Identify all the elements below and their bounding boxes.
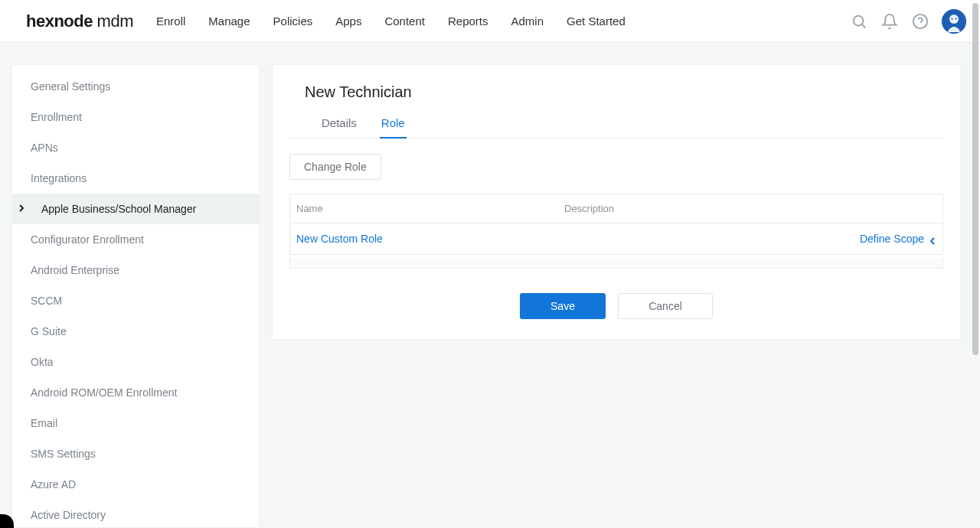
sidebar-item-android-enterprise[interactable]: Android Enterprise (12, 255, 259, 285)
sidebar-item-okta[interactable]: Okta (12, 347, 259, 377)
sidebar-item-gsuite[interactable]: G Suite (12, 316, 259, 347)
main-panel: New Technician Details Role Change Role … (272, 64, 961, 340)
save-button[interactable]: Save (520, 293, 606, 319)
svg-point-6 (951, 18, 952, 19)
sidebar-item-enrollment[interactable]: Enrollment (12, 102, 259, 132)
sidebar-item-email[interactable]: Email (12, 408, 259, 438)
tab-role[interactable]: Role (380, 112, 407, 139)
nav-admin[interactable]: Admin (511, 10, 544, 32)
svg-point-7 (955, 18, 956, 19)
svg-line-1 (862, 24, 865, 28)
sidebar-item-label: General Settings (31, 80, 110, 93)
sidebar-item-integrations[interactable]: Integrations (12, 163, 259, 194)
avatar[interactable] (942, 9, 966, 34)
sidebar-item-label: G Suite (31, 325, 67, 337)
table-footer (289, 258, 943, 269)
sidebar-item-label: Android ROM/OEM Enrollment (31, 386, 177, 399)
nav-items: Enroll Manage Policies Apps Content Repo… (156, 10, 626, 32)
sidebar-item-label: Configurator Enrollment (31, 233, 144, 246)
nav-apps[interactable]: Apps (335, 10, 361, 32)
table-row: New Custom Role Define Scope (290, 223, 942, 254)
brand-bold: hexnode (26, 11, 93, 31)
nav-right (850, 9, 966, 34)
svg-point-5 (949, 15, 959, 24)
brand-light: mdm (93, 11, 133, 31)
sidebar-item-label: Okta (31, 356, 54, 368)
role-name-link[interactable]: New Custom Role (296, 233, 564, 245)
row-action[interactable]: Define Scope (844, 233, 936, 245)
nav-policies[interactable]: Policies (273, 10, 313, 32)
sidebar-item-sms[interactable]: SMS Settings (12, 438, 259, 469)
sidebar: General Settings Enrollment APNs Integra… (11, 64, 260, 528)
sidebar-item-configurator[interactable]: Configurator Enrollment (12, 224, 259, 255)
sidebar-item-general-settings[interactable]: General Settings (12, 71, 259, 102)
sidebar-item-azure-ad[interactable]: Azure AD (12, 469, 259, 500)
col-header-description: Description (564, 203, 844, 214)
search-icon[interactable] (850, 12, 868, 31)
nav-content[interactable]: Content (384, 10, 425, 32)
nav-reports[interactable]: Reports (448, 10, 488, 32)
sidebar-item-label: APNs (31, 142, 58, 154)
scrollbar-track[interactable] (972, 3, 978, 525)
sidebar-item-label: Integrations (31, 172, 87, 184)
sidebar-item-label: Active Directory (31, 509, 106, 521)
chevron-left-icon (929, 235, 936, 243)
svg-point-0 (854, 15, 864, 25)
table-header: Name Description (290, 194, 942, 223)
role-table: Name Description New Custom Role Define … (289, 194, 943, 255)
nav-get-started[interactable]: Get Started (567, 10, 626, 32)
top-nav: hexnode mdm Enroll Manage Policies Apps … (0, 0, 980, 43)
sidebar-item-label: Android Enterprise (31, 264, 119, 276)
sidebar-item-label: Apple Business/School Manager (41, 203, 196, 215)
bell-icon[interactable] (880, 12, 899, 31)
define-scope-link[interactable]: Define Scope (860, 233, 924, 245)
main-wrap: General Settings Enrollment APNs Integra… (0, 43, 980, 528)
col-header-name: Name (296, 203, 564, 214)
cancel-button[interactable]: Cancel (618, 293, 713, 319)
brand-logo: hexnode mdm (26, 11, 133, 31)
sidebar-item-label: Azure AD (31, 478, 76, 491)
sidebar-item-sccm[interactable]: SCCM (12, 285, 259, 316)
sidebar-item-label: Enrollment (31, 111, 82, 123)
sidebar-item-active-directory[interactable]: Active Directory (12, 500, 259, 528)
chevron-right-icon (18, 204, 24, 214)
sidebar-item-apns[interactable]: APNs (12, 132, 259, 163)
sidebar-item-label: SMS Settings (31, 448, 96, 460)
help-icon[interactable] (911, 12, 929, 31)
sidebar-item-android-rom[interactable]: Android ROM/OEM Enrollment (12, 377, 259, 408)
tabs: Details Role (289, 112, 943, 139)
scrollbar-thumb[interactable] (972, 3, 978, 355)
nav-manage[interactable]: Manage (208, 10, 250, 32)
page-title: New Technician (305, 83, 943, 101)
nav-enroll[interactable]: Enroll (156, 10, 185, 32)
sidebar-item-label: SCCM (31, 295, 62, 307)
tab-details[interactable]: Details (320, 112, 358, 139)
form-actions: Save Cancel (289, 293, 943, 319)
sidebar-item-apple-business[interactable]: Apple Business/School Manager (12, 194, 259, 224)
sidebar-item-label: Email (31, 417, 57, 429)
change-role-button[interactable]: Change Role (289, 154, 381, 180)
